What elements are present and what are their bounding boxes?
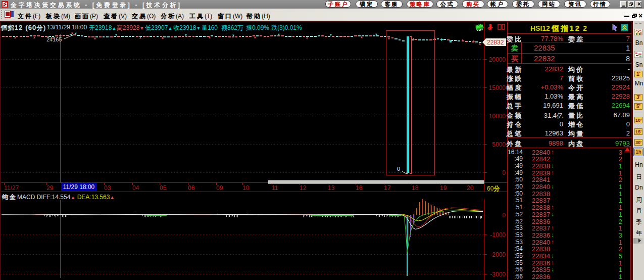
svg-text:22832: 22832 [487, 39, 504, 46]
